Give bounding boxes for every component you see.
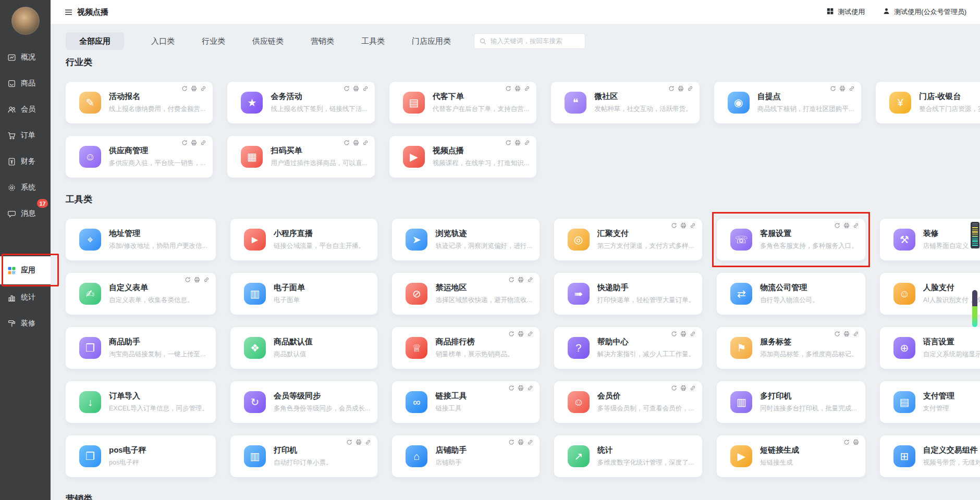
app-card[interactable]: ?帮助中心解决方案指引，减少人工工作量。 bbox=[554, 327, 703, 369]
app-card[interactable]: ☺人脸支付AI人脸识别支付，线上支付即成... bbox=[880, 273, 980, 315]
print-icon[interactable] bbox=[353, 140, 359, 146]
app-card[interactable]: ▤代客下单代替客户在后台下单，支持自营... bbox=[389, 82, 536, 123]
print-icon[interactable] bbox=[843, 222, 850, 229]
sidebar-item-finance[interactable]: 财务 bbox=[0, 148, 51, 174]
link-icon[interactable] bbox=[365, 439, 371, 445]
app-card[interactable]: ◉自提点商品线下核销，打造社区团购平... bbox=[714, 82, 861, 123]
print-icon[interactable] bbox=[353, 85, 359, 92]
app-card[interactable]: ∞链接工具链接工具 bbox=[392, 381, 539, 423]
search-box[interactable] bbox=[474, 33, 585, 49]
app-card[interactable]: ➠快递助手打印快递单，轻松管理大量订单。 bbox=[554, 273, 703, 315]
print-icon[interactable] bbox=[678, 85, 684, 92]
link-icon[interactable] bbox=[690, 222, 696, 229]
app-card[interactable]: ⚑服务标签添加商品标签，多维度商品标记。 bbox=[717, 327, 865, 369]
link-icon[interactable] bbox=[853, 222, 859, 229]
print-icon[interactable] bbox=[518, 385, 524, 391]
app-card[interactable]: ✎活动报名线上报名缴纳费用，付费金额营... bbox=[66, 82, 213, 123]
app-card[interactable]: ☏客服设置多角色客服支持，多种服务入口。 bbox=[717, 219, 865, 260]
print-icon[interactable] bbox=[191, 140, 197, 146]
tab-industry[interactable]: 行业类 bbox=[202, 36, 225, 46]
app-card[interactable]: ▤支付管理支付管理 bbox=[880, 381, 980, 423]
tab-supply-chain[interactable]: 供应链类 bbox=[252, 36, 284, 46]
refresh-icon[interactable] bbox=[181, 140, 188, 146]
sidebar-item-goods[interactable]: 商品 bbox=[0, 70, 51, 96]
app-card[interactable]: ❒商品助手淘宝商品链接复制，一键上传至... bbox=[66, 327, 216, 369]
print-icon[interactable] bbox=[853, 439, 859, 445]
print-icon[interactable] bbox=[356, 439, 362, 445]
refresh-icon[interactable] bbox=[344, 140, 350, 146]
app-card[interactable]: ☺会员价多等级会员制，可查看会员价，... bbox=[554, 381, 703, 423]
print-icon[interactable] bbox=[518, 331, 524, 337]
print-icon[interactable] bbox=[191, 85, 197, 92]
refresh-icon[interactable] bbox=[671, 222, 677, 229]
link-icon[interactable] bbox=[524, 85, 530, 92]
account-menu[interactable]: 测试使用(公众号管理员) bbox=[883, 7, 966, 17]
print-icon[interactable] bbox=[514, 140, 521, 146]
link-icon[interactable] bbox=[690, 385, 696, 391]
refresh-icon[interactable] bbox=[505, 140, 511, 146]
link-icon[interactable] bbox=[527, 331, 533, 337]
refresh-icon[interactable] bbox=[508, 331, 514, 337]
refresh-icon[interactable] bbox=[830, 85, 836, 92]
refresh-icon[interactable] bbox=[834, 331, 840, 337]
tab-marketing[interactable]: 营销类 bbox=[311, 36, 334, 46]
print-icon[interactable] bbox=[680, 385, 687, 391]
link-icon[interactable] bbox=[527, 439, 533, 445]
hamburger-menu-icon[interactable] bbox=[64, 8, 73, 17]
app-card[interactable]: ►小程序直播链接公域流量，平台自主开播。 bbox=[230, 219, 377, 260]
app-card[interactable]: ⌂店铺助手店铺助手 bbox=[392, 435, 539, 477]
search-input[interactable] bbox=[489, 37, 580, 45]
app-card[interactable]: ⚒装修店铺界面自定义，拖拽式操作，... bbox=[880, 219, 980, 260]
app-card[interactable]: ▥电子面单电子面单 bbox=[230, 273, 377, 315]
link-icon[interactable] bbox=[849, 85, 855, 92]
print-icon[interactable] bbox=[680, 331, 687, 337]
app-card[interactable]: ↻会员等级同步多角色身份等级同步，会员成长... bbox=[230, 381, 377, 423]
print-icon[interactable] bbox=[518, 277, 524, 283]
link-icon[interactable] bbox=[203, 277, 210, 283]
print-icon[interactable] bbox=[518, 439, 524, 445]
app-card[interactable]: ¥门店-收银台整合线下门店资源，实现O2O异... bbox=[876, 82, 980, 123]
print-icon[interactable] bbox=[843, 331, 850, 337]
link-icon[interactable] bbox=[362, 140, 369, 146]
link-icon[interactable] bbox=[200, 140, 206, 146]
app-card[interactable]: ⊘禁运地区选择区域禁收快递，避开物流收... bbox=[392, 273, 539, 315]
refresh-icon[interactable] bbox=[843, 439, 850, 445]
link-icon[interactable] bbox=[527, 277, 533, 283]
app-card[interactable]: ⌖地址管理添加/修改地址，协助用户更改信... bbox=[66, 219, 216, 260]
refresh-icon[interactable] bbox=[671, 385, 677, 391]
refresh-icon[interactable] bbox=[508, 277, 514, 283]
print-icon[interactable] bbox=[680, 222, 687, 229]
refresh-icon[interactable] bbox=[185, 277, 191, 283]
sidebar-item-apps[interactable]: 应用 bbox=[0, 256, 51, 284]
app-card[interactable]: ▥打印机自动打印订单小票。 bbox=[230, 435, 377, 477]
app-card[interactable]: ↓订单导入EXCEL导入订单信息，同步管理。 bbox=[66, 381, 216, 423]
app-card[interactable]: ❖商品默认值商品默认值 bbox=[230, 327, 377, 369]
sidebar-item-system[interactable]: 系统 bbox=[0, 174, 51, 201]
workspace-switcher[interactable]: 测试使用 bbox=[826, 7, 865, 17]
app-card[interactable]: ◎汇聚支付第三方支付渠道，支付方式多样... bbox=[554, 219, 703, 260]
sidebar-item-statistics[interactable]: 统计 bbox=[0, 284, 51, 310]
app-card[interactable]: ⇄物流公司管理自行导入物流公司。 bbox=[717, 273, 865, 315]
sidebar-item-members[interactable]: 会员 bbox=[0, 96, 51, 122]
app-card[interactable]: ➤浏览轨迹轨迹记录，洞察浏览偏好，进行... bbox=[392, 219, 539, 260]
app-card[interactable]: ★会务活动线上报名线下签到，链接线下活... bbox=[227, 82, 374, 123]
refresh-icon[interactable] bbox=[671, 331, 677, 337]
app-card[interactable]: ☺供应商管理多供应商入驻，平台统一销售，... bbox=[66, 136, 213, 178]
app-card[interactable]: ▶短链接生成短链接生成 bbox=[717, 435, 865, 477]
tab-store[interactable]: 门店应用类 bbox=[412, 36, 451, 46]
link-icon[interactable] bbox=[200, 85, 206, 92]
app-card[interactable]: ❝微社区发帖种草，社交互动，活跃带货。 bbox=[551, 82, 700, 123]
link-icon[interactable] bbox=[527, 385, 533, 391]
sidebar-item-messages[interactable]: 消息17 bbox=[0, 201, 51, 227]
app-card[interactable]: ❐pos电子秤pos电子秤 bbox=[66, 435, 216, 477]
tab-entry[interactable]: 入口类 bbox=[151, 36, 175, 46]
app-card[interactable]: ♕商品排行榜销量榜单，展示热销商品。 bbox=[392, 327, 539, 369]
tab-all[interactable]: 全部应用 bbox=[66, 32, 124, 50]
avatar[interactable] bbox=[11, 7, 40, 35]
app-card[interactable]: ↗统计多维度数字化统计管理，深度了... bbox=[554, 435, 703, 477]
app-card[interactable]: ✍自定义表单自定义表单，收集各类信息。 bbox=[66, 273, 216, 315]
refresh-icon[interactable] bbox=[668, 85, 675, 92]
link-icon[interactable] bbox=[853, 331, 859, 337]
refresh-icon[interactable] bbox=[834, 222, 840, 229]
sidebar-item-overview[interactable]: 概况 bbox=[0, 44, 51, 70]
